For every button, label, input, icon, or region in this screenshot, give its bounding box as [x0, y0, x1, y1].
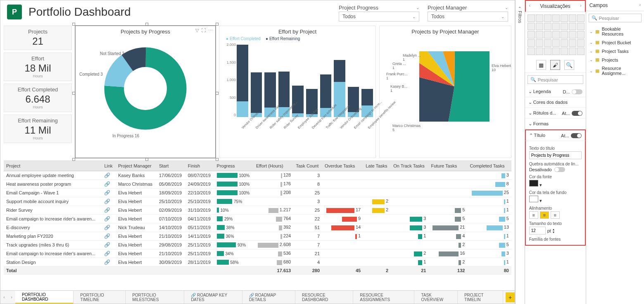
- collapse-icon[interactable]: ‹: [529, 3, 530, 9]
- page-tab[interactable]: 🔗 ROADMAP DETAILS: [242, 291, 295, 304]
- link-icon[interactable]: 🔗: [104, 242, 110, 248]
- viz-type-icon[interactable]: [577, 31, 585, 38]
- page-tab[interactable]: RESOURCE DASHBOARD: [295, 291, 353, 304]
- viz-type-icon[interactable]: [569, 39, 576, 47]
- page-tab[interactable]: 🔗 ROADMAP KEY DATES: [184, 291, 242, 304]
- table-row[interactable]: E-discovery🔗Nick Trudeau14/10/201905/11/…: [4, 223, 511, 232]
- viz-type-icon[interactable]: [544, 31, 551, 38]
- viz-type-icon[interactable]: [528, 39, 535, 47]
- viz-type-icon[interactable]: [552, 14, 560, 22]
- tab-prev[interactable]: ‹: [0, 295, 8, 299]
- link-icon[interactable]: 🔗: [104, 233, 110, 239]
- viz-type-icon[interactable]: [536, 48, 543, 55]
- analytics-tab[interactable]: 🔍: [564, 60, 574, 70]
- viz-type-icon[interactable]: [561, 23, 568, 30]
- link-icon[interactable]: 🔗: [104, 207, 110, 213]
- link-icon[interactable]: 🔗: [104, 172, 110, 178]
- viz-type-icon[interactable]: [536, 31, 543, 38]
- section-formas[interactable]: ⌄ Formas: [525, 119, 586, 129]
- viz-type-icon[interactable]: [577, 23, 585, 30]
- link-icon[interactable]: 🔗: [104, 216, 110, 222]
- table-row[interactable]: Heat awareness poster program🔗Marco Chri…: [4, 180, 511, 189]
- viz-type-icon[interactable]: [528, 14, 535, 22]
- link-icon[interactable]: 🔗: [104, 190, 110, 196]
- tab-next[interactable]: ›: [8, 295, 15, 299]
- card-projects[interactable]: Projects 21: [4, 26, 72, 50]
- viz-type-icon[interactable]: [552, 31, 560, 38]
- section-legenda[interactable]: ⌄ Legenda D...: [525, 86, 586, 97]
- font-color-swatch[interactable]: [529, 180, 538, 187]
- bg-color-swatch[interactable]: [529, 196, 538, 202]
- viz-type-icon[interactable]: [569, 48, 576, 55]
- pie-projects-by-manager[interactable]: Projects by Project Manager Elva Hebert1…: [379, 26, 511, 158]
- field-table[interactable]: ⌄ ▦ Resource Assignme...: [586, 64, 644, 77]
- viz-type-icon[interactable]: [569, 14, 576, 22]
- title-text-input[interactable]: [529, 151, 582, 159]
- field-table[interactable]: ⌄ ▦ Bookable Resources: [586, 25, 644, 38]
- bar-effort-by-project[interactable]: Effort by Project Effort Completed Effor…: [219, 26, 376, 158]
- viz-type-icon[interactable]: [552, 48, 560, 55]
- size-down[interactable]: ▾: [553, 231, 554, 234]
- table-row[interactable]: Marketing plan FY2020🔗Elva Hebert21/10/2…: [4, 232, 511, 241]
- table-row[interactable]: Email Campaign - Wave 1🔗Elva Hebert18/09…: [4, 189, 511, 197]
- viz-type-icon[interactable]: [561, 14, 568, 22]
- fields-tab[interactable]: ▦: [536, 60, 546, 70]
- viz-type-icon[interactable]: [569, 31, 576, 38]
- viz-type-icon[interactable]: [536, 39, 543, 47]
- viz-type-icon[interactable]: [569, 23, 576, 30]
- card-effort[interactable]: Effort 18 Mil Hours: [4, 53, 72, 81]
- viz-type-icon[interactable]: [544, 14, 551, 22]
- viz-type-icon[interactable]: [552, 23, 560, 30]
- viz-type-icon[interactable]: [577, 48, 585, 55]
- table-row[interactable]: Email campaign to increase rider's aware…: [4, 215, 511, 223]
- donut-projects-by-progress[interactable]: ▽ ⛶ ⋯ Projects by Progress Not Started 2…: [75, 26, 216, 158]
- more-icon[interactable]: ⋯: [208, 28, 213, 33]
- table-row[interactable]: Station Design🔗Elva Hebert30/09/201928/1…: [4, 258, 511, 267]
- viz-type-icon[interactable]: [544, 39, 551, 47]
- viz-type-icon[interactable]: [561, 48, 568, 55]
- table-row[interactable]: Email campaign to increase rider's aware…: [4, 249, 511, 258]
- page-tab[interactable]: TASK OVERVIEW: [414, 291, 458, 304]
- field-table[interactable]: ⌄ ▦ Projects: [586, 55, 644, 64]
- viz-type-icon[interactable]: [544, 48, 551, 55]
- page-tab[interactable]: RESOURCE ASSIGNMENTS: [353, 291, 414, 304]
- viz-type-icon[interactable]: [561, 39, 568, 47]
- section-cores[interactable]: ⌄ Cores dos dados: [525, 97, 586, 108]
- tab-add[interactable]: +: [506, 292, 515, 302]
- link-icon[interactable]: 🔗: [104, 251, 110, 256]
- link-icon[interactable]: 🔗: [104, 181, 110, 187]
- table-row[interactable]: Track upgrades (miles 3 thru 6)🔗Elva Heb…: [4, 241, 511, 249]
- viz-type-icon[interactable]: [528, 23, 535, 30]
- link-icon[interactable]: 🔗: [104, 225, 110, 230]
- page-tab[interactable]: PROJECT TIMELIN: [458, 291, 503, 304]
- page-tab[interactable]: PORTFOLIO MILESTONES: [126, 291, 184, 304]
- expand-icon[interactable]: ›: [639, 2, 641, 8]
- align-left[interactable]: ≡: [529, 211, 538, 219]
- card-effort-completed[interactable]: Effort Completed 6.648 Hours: [4, 84, 72, 112]
- viz-type-icon[interactable]: [577, 14, 585, 22]
- link-icon[interactable]: 🔗: [104, 199, 110, 204]
- section-titulo[interactable]: ⌃ Título At...: [525, 129, 586, 141]
- table-row[interactable]: Support mobile account inquiry🔗Elva Hebe…: [4, 197, 511, 206]
- table-row[interactable]: Annual employee update meeting🔗Kasey Ban…: [4, 171, 511, 180]
- slicer-project-manager[interactable]: Project Manager⌄ Todos⌄: [428, 5, 508, 22]
- link-icon[interactable]: 🔗: [104, 259, 110, 265]
- table-row[interactable]: Rider Survey🔗Elva Hebert02/09/201931/10/…: [4, 206, 511, 215]
- format-tab[interactable]: 🖌: [550, 60, 560, 70]
- format-search[interactable]: 🔍 Pesquisar: [528, 75, 583, 84]
- viz-type-icon[interactable]: [552, 39, 560, 47]
- align-right[interactable]: ≡: [551, 211, 560, 219]
- align-center[interactable]: ≡: [540, 211, 549, 219]
- projects-table[interactable]: ProjectLinkProject ManagerStartFinishPro…: [4, 160, 511, 290]
- focus-icon[interactable]: ⛶: [201, 28, 206, 33]
- viz-type-icon[interactable]: [561, 31, 568, 38]
- expand-icon[interactable]: ›: [580, 3, 581, 9]
- viz-type-icon[interactable]: [544, 23, 551, 30]
- page-tab[interactable]: PORTFOLIO TIMELINE: [74, 291, 126, 304]
- wrap-toggle[interactable]: [554, 167, 565, 172]
- filters-pane-collapsed[interactable]: ‹ Filtros: [515, 0, 525, 304]
- slicer-project-progress[interactable]: Project Progress⌄ Todos⌄: [339, 5, 419, 22]
- viz-type-icon[interactable]: [528, 48, 535, 55]
- viz-type-icon[interactable]: [536, 23, 543, 30]
- field-table[interactable]: ⌄ ▦ Project Tasks: [586, 47, 644, 55]
